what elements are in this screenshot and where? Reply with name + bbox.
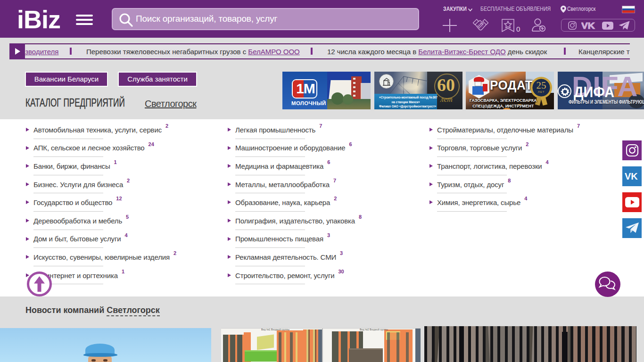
svg-text:VK: VK (625, 172, 638, 181)
svg-text:VK: VK (581, 21, 595, 30)
